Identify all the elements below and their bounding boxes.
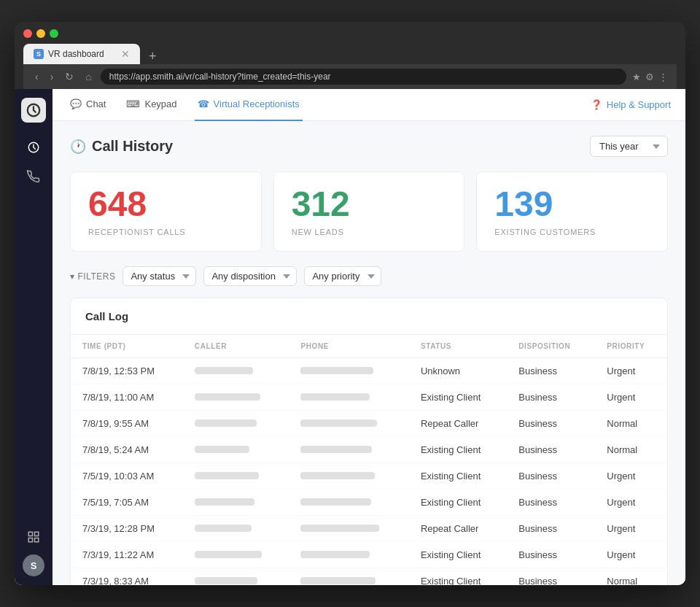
minimize-dot[interactable]	[36, 29, 45, 38]
redacted-phone	[300, 393, 370, 401]
redacted-phone	[300, 472, 375, 479]
redacted-caller	[195, 367, 253, 374]
period-select[interactable]: This year This month Last month All time	[590, 136, 668, 157]
cell-disposition: Business	[507, 411, 595, 437]
svg-rect-4	[28, 538, 32, 542]
col-phone: PHONE	[289, 335, 408, 358]
table-row[interactable]: 7/3/19, 8:33 AM Existing Client Business…	[71, 568, 667, 586]
browser-tabs: S VR dashboard ✕ +	[23, 44, 677, 64]
redacted-phone	[300, 498, 371, 506]
refresh-button[interactable]: ↻	[62, 69, 77, 84]
user-avatar[interactable]: S	[23, 554, 44, 576]
page-title: 🕐 Call History	[70, 138, 173, 155]
redacted-phone	[300, 577, 376, 584]
table-row[interactable]: 7/3/19, 11:22 AM Existing Client Busines…	[71, 542, 667, 568]
cell-time: 7/8/19, 11:00 AM	[71, 384, 183, 411]
filters-row: ▾ FILTERS Any status Any disposition Any…	[70, 266, 668, 286]
filter-icon: ▾	[70, 271, 75, 282]
table-row[interactable]: 7/8/19, 12:53 PM Unknown Business Urgent	[71, 358, 667, 384]
browser-chrome: S VR dashboard ✕ + ‹ › ↻ ⌂ ★ ⚙ ⋮	[15, 22, 685, 89]
redacted-phone	[300, 367, 373, 374]
help-support-link[interactable]: ❓ Help & Support	[591, 99, 671, 110]
sidebar-item-phone[interactable]	[22, 165, 45, 188]
svg-rect-5	[35, 538, 39, 542]
cell-disposition: Business	[507, 384, 595, 411]
cell-phone	[289, 411, 408, 437]
browser-action-buttons: ★ ⚙ ⋮	[632, 71, 668, 82]
new-tab-button[interactable]: +	[143, 49, 163, 64]
cell-priority: Normal	[595, 411, 667, 437]
status-filter[interactable]: Any status	[122, 266, 196, 286]
table-row[interactable]: 7/8/19, 11:00 AM Existing Client Busines…	[71, 384, 667, 411]
cell-disposition: Business	[507, 490, 595, 516]
cell-disposition: Business	[507, 437, 595, 463]
home-button[interactable]: ⌂	[82, 69, 94, 84]
stat-card-receptionist-calls: 648 RECEPTIONIST CALLS	[70, 171, 262, 252]
help-icon: ❓	[591, 99, 602, 110]
app-logo[interactable]	[21, 98, 46, 123]
cell-priority: Urgent	[595, 490, 667, 516]
redacted-phone	[300, 525, 379, 532]
back-button[interactable]: ‹	[32, 69, 42, 84]
redacted-caller	[195, 446, 249, 453]
table-row[interactable]: 7/8/19, 5:24 AM Existing Client Business…	[71, 437, 667, 463]
cell-priority: Normal	[595, 437, 667, 463]
priority-filter[interactable]: Any priority	[304, 266, 381, 286]
redacted-phone	[300, 551, 370, 558]
disposition-filter[interactable]: Any disposition	[203, 266, 297, 286]
nav-item-virtual-receptionists[interactable]: ☎ Virtual Receptionists	[195, 89, 303, 121]
bookmark-button[interactable]: ★	[632, 71, 641, 82]
filters-label: ▾ FILTERS	[70, 271, 115, 282]
table-row[interactable]: 7/5/19, 10:03 AM Existing Client Busines…	[71, 463, 667, 490]
nav-item-keypad[interactable]: ⌨ Keypad	[123, 89, 179, 121]
cell-caller	[183, 384, 289, 411]
cell-phone	[289, 490, 408, 516]
receptionist-calls-number: 648	[88, 187, 244, 222]
cell-status: Unknown	[409, 358, 507, 384]
new-leads-label: NEW LEADS	[292, 228, 447, 236]
chat-icon: 💬	[70, 98, 82, 109]
cell-priority: Urgent	[595, 358, 667, 384]
existing-customers-number: 139	[494, 187, 650, 222]
tab-close-button[interactable]: ✕	[121, 48, 130, 60]
call-log-title: Call Log	[71, 298, 667, 335]
cell-caller	[183, 516, 289, 542]
cell-time: 7/5/19, 7:05 AM	[71, 490, 183, 516]
cell-phone	[289, 568, 408, 586]
call-log-card: Call Log TIME (PDT) CALLER PHONE STATUS …	[70, 298, 668, 585]
sidebar-grid-button[interactable]	[22, 525, 45, 549]
table-row[interactable]: 7/5/19, 7:05 AM Existing Client Business…	[71, 490, 667, 516]
cell-disposition: Business	[507, 463, 595, 490]
cell-caller	[183, 358, 289, 384]
svg-rect-2	[28, 532, 32, 536]
cell-priority: Urgent	[595, 516, 667, 542]
cell-status: Existing Client	[409, 542, 507, 568]
maximize-dot[interactable]	[50, 29, 58, 38]
cell-time: 7/8/19, 12:53 PM	[71, 358, 183, 384]
cell-status: Existing Client	[409, 437, 507, 463]
cell-status: Existing Client	[409, 384, 507, 411]
sidebar-item-clock[interactable]	[22, 136, 45, 159]
menu-button[interactable]: ⋮	[658, 71, 668, 82]
close-dot[interactable]	[23, 29, 32, 38]
receptionist-calls-label: RECEPTIONIST CALLS	[88, 228, 244, 236]
history-icon: 🕐	[70, 139, 86, 155]
forward-button[interactable]: ›	[47, 69, 57, 84]
cell-caller	[183, 568, 289, 586]
redacted-caller	[195, 577, 257, 584]
nav-item-chat[interactable]: 💬 Chat	[67, 89, 109, 121]
table-row[interactable]: 7/3/19, 12:28 PM Repeat Caller Business …	[71, 516, 667, 542]
keypad-icon: ⌨	[126, 98, 140, 109]
cell-priority: Urgent	[595, 542, 667, 568]
extensions-button[interactable]: ⚙	[645, 71, 654, 82]
redacted-caller	[195, 420, 257, 427]
col-caller: CALLER	[183, 335, 289, 358]
redacted-caller	[195, 551, 262, 558]
url-input[interactable]	[101, 69, 626, 85]
cell-caller	[183, 542, 289, 568]
table-row[interactable]: 7/8/19, 9:55 AM Repeat Caller Business N…	[71, 411, 667, 437]
active-tab[interactable]: S VR dashboard ✕	[23, 44, 140, 64]
cell-status: Existing Client	[409, 490, 507, 516]
stat-card-new-leads: 312 NEW LEADS	[273, 171, 465, 252]
cell-priority: Urgent	[595, 384, 667, 411]
